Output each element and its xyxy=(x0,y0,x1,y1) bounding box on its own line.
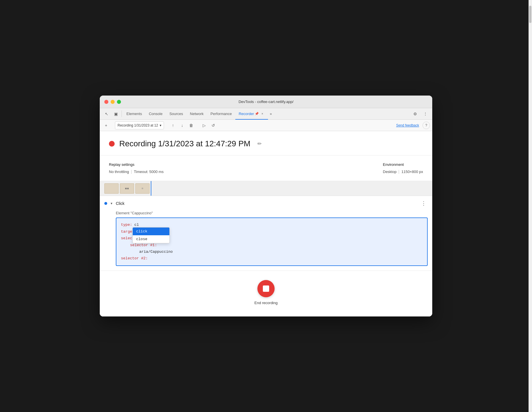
end-recording-btn[interactable] xyxy=(257,280,275,297)
question-mark-icon: ? xyxy=(425,123,427,127)
help-btn[interactable]: ? xyxy=(423,122,430,129)
tab-sources[interactable]: Sources xyxy=(166,108,187,120)
plus-icon: + xyxy=(105,123,107,128)
more-tabs-btn[interactable]: » xyxy=(268,108,273,119)
add-recording-btn[interactable]: + xyxy=(102,121,110,129)
timeline-thumb-2: ▣▣ xyxy=(120,183,134,194)
code-line-selector2: selector #2: xyxy=(121,255,423,262)
replay-settings-right: Environment Desktop 1150×800 px xyxy=(383,162,423,174)
step-element: Element "Cappuccino" xyxy=(100,211,432,217)
code-type-value: cl xyxy=(134,223,139,227)
timeline-strip: ▣▣ ⊞ xyxy=(100,181,432,196)
main-content: Recording 1/31/2023 at 12:47:29 PM ✏ Rep… xyxy=(100,131,432,316)
stop-square-icon xyxy=(263,285,269,292)
end-recording-label: End recording xyxy=(255,301,278,305)
autocomplete-dropdown: click close xyxy=(132,227,170,243)
recorder-toolbar: + Recording 1/31/2023 at 12 ▾ ↑ ↓ 🗑 ▷ ↺ … xyxy=(100,120,432,131)
devtools-window: DevTools - coffee-cart.netlify.app/ ↖ ▣ … xyxy=(100,96,432,316)
code-selector1-value: aria/Cappuccino xyxy=(139,250,173,254)
dimensions-value: 1150×800 px xyxy=(401,170,423,174)
export-btn[interactable]: ↑ xyxy=(169,121,177,129)
replay-btn[interactable]: ▷ xyxy=(200,121,208,129)
window-title: DevTools - coffee-cart.netlify.app/ xyxy=(238,100,294,104)
tab-recorder[interactable]: Recorder 📌 × xyxy=(235,108,268,120)
devtools-tab-bar: ↖ ▣ Elements Console Sources Network Per… xyxy=(100,108,432,120)
timeout-value: Timeout: 5000 ms xyxy=(134,170,164,174)
device-icon: ▣ xyxy=(114,112,118,116)
recording-title: Recording 1/31/2023 at 12:47:29 PM xyxy=(119,139,251,148)
step-expand-icon: ▾ xyxy=(111,201,112,205)
tab-divider-1 xyxy=(122,110,122,117)
replay-icon: ▷ xyxy=(203,123,206,128)
send-feedback-link[interactable]: Send feedback xyxy=(394,123,421,127)
delete-btn[interactable]: 🗑 xyxy=(187,121,195,129)
step-click-header[interactable]: ▾ Click ⋮ xyxy=(100,196,432,211)
import-btn[interactable]: ↓ xyxy=(178,121,186,129)
replay-settings-left: Replay settings No throttling Timeout: 5… xyxy=(109,162,164,174)
replay-settings-label: Replay settings xyxy=(109,162,164,167)
throttling-value: No throttling xyxy=(109,170,129,174)
recording-dot-indicator xyxy=(109,141,115,147)
maximize-button[interactable] xyxy=(117,100,121,104)
settings-icons: ⚙ ⋮ xyxy=(410,108,430,119)
download-icon: ↓ xyxy=(181,123,183,128)
recording-header: Recording 1/31/2023 at 12:47:29 PM ✏ xyxy=(100,131,432,156)
cursor-icon-btn[interactable]: ↖ xyxy=(102,108,111,120)
replay-settings-row: Replay settings No throttling Timeout: 5… xyxy=(100,156,432,181)
steps-wrapper: ▣▣ ⊞ ▾ Click ⋮ Element "Cappuccino" xyxy=(100,181,432,266)
step-dot xyxy=(104,202,107,205)
more-vertical-icon: ⋮ xyxy=(423,112,427,116)
close-button[interactable] xyxy=(104,100,108,104)
end-recording-area: End recording xyxy=(100,271,432,316)
environment-values: Desktop 1150×800 px xyxy=(383,170,423,174)
env-settings-divider xyxy=(399,170,399,174)
timeline-thumb-3: ⊞ xyxy=(135,183,150,194)
step-name: Click xyxy=(116,201,124,206)
timeline-thumb-1 xyxy=(104,183,119,194)
replay-settings-btn[interactable]: ↺ xyxy=(209,121,217,129)
step-click: ▾ Click ⋮ Element "Cappuccino" type: cl … xyxy=(100,196,432,266)
code-line-selector1-value: aria/Cappuccino xyxy=(121,248,423,255)
device-toolbar-btn[interactable]: ▣ xyxy=(111,108,120,120)
code-selector2-label: selector #2: xyxy=(121,256,148,261)
tab-performance[interactable]: Performance xyxy=(207,108,235,120)
tab-close-icon[interactable]: × xyxy=(260,111,265,116)
delete-icon: 🗑 xyxy=(189,123,193,128)
recording-selector[interactable]: Recording 1/31/2023 at 12 ▾ xyxy=(115,121,164,129)
gear-icon: ⚙ xyxy=(413,112,417,116)
step-more-btn[interactable]: ⋮ xyxy=(420,199,428,207)
rewind-icon: ↺ xyxy=(212,123,215,128)
tab-pin-icon: 📌 xyxy=(255,112,259,116)
title-bar: DevTools - coffee-cart.netlify.app/ xyxy=(100,96,432,108)
timeline-line xyxy=(151,181,151,196)
replay-settings-values: No throttling Timeout: 5000 ms xyxy=(109,170,164,174)
tab-console[interactable]: Console xyxy=(145,108,166,120)
settings-divider xyxy=(131,170,132,174)
code-editor[interactable]: type: cl target select selector #1: xyxy=(116,217,428,266)
autocomplete-item-click[interactable]: click xyxy=(133,228,169,235)
autocomplete-item-close[interactable]: close xyxy=(133,235,169,243)
tab-elements[interactable]: Elements xyxy=(123,108,145,120)
more-options-btn[interactable]: ⋮ xyxy=(421,108,430,120)
tabs-spacer xyxy=(273,108,410,119)
traffic-lights xyxy=(104,100,121,104)
chevron-down-icon: ▾ xyxy=(160,123,161,127)
tab-network[interactable]: Network xyxy=(187,108,207,120)
viewport-value: Desktop xyxy=(383,170,397,174)
environment-label: Environment xyxy=(383,162,423,167)
upload-icon: ↑ xyxy=(172,123,174,128)
cursor-icon: ↖ xyxy=(105,112,108,116)
code-type-key: type: xyxy=(121,223,132,227)
minimize-button[interactable] xyxy=(111,100,115,104)
code-selector1-label: selector #1: xyxy=(130,243,157,247)
settings-btn[interactable]: ⚙ xyxy=(410,108,420,120)
edit-title-icon[interactable]: ✏ xyxy=(257,141,262,147)
